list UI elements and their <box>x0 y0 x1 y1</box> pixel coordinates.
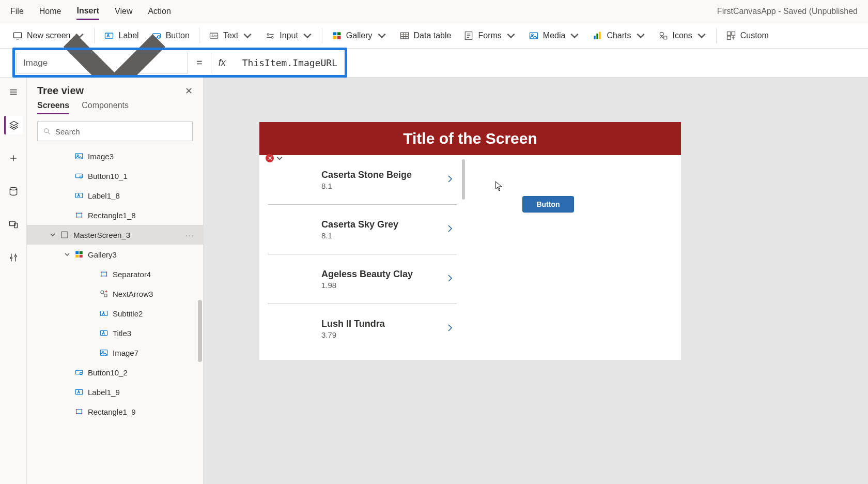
chevron-down-icon <box>302 31 313 41</box>
svg-rect-73 <box>76 410 82 414</box>
rail-add-button[interactable] <box>4 149 23 168</box>
image-icon <box>99 348 109 357</box>
canvas-area[interactable]: Title of the Screen ✕ Caserta Stone Beig… <box>204 78 868 484</box>
app-screen[interactable]: Title of the Screen ✕ Caserta Stone Beig… <box>259 122 681 360</box>
gallery-row[interactable]: Caserta Sky Grey8.1 <box>268 205 457 254</box>
svg-point-61 <box>106 271 107 273</box>
gallery-item-subtitle: 1.98 <box>321 281 413 290</box>
screen-icon <box>60 230 69 239</box>
fx-button[interactable]: fx <box>211 53 236 73</box>
next-arrow-button[interactable] <box>445 274 455 285</box>
expander-spacer <box>64 369 70 375</box>
expander-spacer <box>64 212 70 218</box>
more-button[interactable]: ··· <box>185 231 195 239</box>
tree-item-subtitle2[interactable]: Subtitle2 <box>27 304 203 323</box>
media-button[interactable]: Media <box>522 27 586 44</box>
gallery-scrollbar-thumb[interactable] <box>462 159 465 200</box>
rail-tools-button[interactable] <box>4 248 23 267</box>
plus-icon <box>8 153 19 163</box>
tree-search-input[interactable]: Search <box>37 122 193 141</box>
next-arrow-button[interactable] <box>445 323 455 335</box>
canvas-button[interactable]: Button <box>523 196 574 212</box>
tree-item-label: Label1_8 <box>88 191 120 200</box>
data-table-button[interactable]: Data table <box>393 27 458 44</box>
svg-rect-26 <box>594 36 596 39</box>
text-button[interactable]: Abc Text <box>203 27 259 44</box>
property-selector[interactable]: Image <box>17 53 188 73</box>
tree-item-button10_2[interactable]: Button10_2 <box>27 362 203 382</box>
label-icon <box>74 387 84 397</box>
gallery-row[interactable]: Ageless Beauty Clay1.98 <box>268 254 457 304</box>
gallery-control[interactable]: ✕ Caserta Stone Beige8.1Caserta Sky Grey… <box>259 155 465 360</box>
custom-button[interactable]: Custom <box>720 27 775 44</box>
forms-button[interactable]: Forms <box>457 27 522 44</box>
equals-sign: = <box>188 57 211 69</box>
expander-spacer <box>64 192 70 199</box>
chevron-down-icon <box>636 31 646 41</box>
close-panel-button[interactable]: ✕ <box>185 85 193 97</box>
tree-item-label1_9[interactable]: Label1_9 <box>27 382 203 402</box>
chevron-down-icon[interactable] <box>50 232 56 238</box>
search-placeholder: Search <box>55 127 80 136</box>
tab-screens[interactable]: Screens <box>37 101 69 114</box>
gallery-icon <box>74 250 84 259</box>
rail-hamburger-button[interactable] <box>4 83 23 101</box>
media-icon <box>529 31 539 41</box>
separator <box>322 28 322 43</box>
tree-item-rectangle1_9[interactable]: Rectangle1_9 <box>27 402 203 421</box>
svg-rect-54 <box>61 232 68 238</box>
tree-item-label1_8[interactable]: Label1_8 <box>27 186 203 205</box>
tree-item-label: Subtitle2 <box>113 309 143 318</box>
tree-item-button10_1[interactable]: Button10_1 <box>27 166 203 186</box>
icons-button[interactable]: Icons <box>652 27 713 44</box>
rail-tree-button[interactable] <box>4 116 23 134</box>
menu-file[interactable]: File <box>10 4 24 19</box>
label-icon <box>74 191 84 200</box>
tree-item-separator4[interactable]: Separator4 <box>27 264 203 284</box>
screen-icon <box>12 31 23 41</box>
next-arrow-button[interactable] <box>445 174 455 186</box>
svg-rect-30 <box>663 36 667 39</box>
cursor-icon <box>495 181 502 191</box>
tree-item-gallery3[interactable]: Gallery3 <box>27 245 203 264</box>
separator <box>716 28 717 43</box>
tree-item-label: Button10_2 <box>88 368 128 377</box>
tab-components[interactable]: Components <box>82 101 129 114</box>
chevron-down-icon[interactable] <box>64 251 70 258</box>
image-icon <box>74 152 84 161</box>
data-table-label: Data table <box>414 31 452 40</box>
tree-item-label: Label1_9 <box>88 388 120 397</box>
svg-point-39 <box>10 188 17 190</box>
gallery-row[interactable]: Caserta Stone Beige8.1 <box>268 155 457 205</box>
tree-item-title3[interactable]: Title3 <box>27 323 203 343</box>
next-arrow-button[interactable] <box>445 224 455 235</box>
tree-item-rectangle1_8[interactable]: Rectangle1_8 <box>27 205 203 225</box>
gallery-item-title: Caserta Stone Beige <box>321 170 412 180</box>
button-icon <box>74 171 84 180</box>
tree-item-masterscreen_3[interactable]: MasterScreen_3··· <box>27 225 203 245</box>
tree-item-label: Image7 <box>113 349 138 357</box>
text-icon: Abc <box>209 31 219 41</box>
tree-item-nextarrow3[interactable]: NextArrow3 <box>27 284 203 304</box>
gallery-item-title: Ageless Beauty Clay <box>321 269 413 280</box>
scrollbar-thumb[interactable] <box>198 300 202 362</box>
input-icon <box>265 31 275 41</box>
input-button[interactable]: Input <box>259 27 319 44</box>
svg-rect-11 <box>333 32 336 35</box>
svg-rect-13 <box>333 36 336 39</box>
icons-icon <box>658 31 669 41</box>
formula-input[interactable]: ThisItem.ImageURL <box>236 53 868 73</box>
tree-item-image3[interactable]: Image3 <box>27 146 203 166</box>
gallery-button[interactable]: Gallery <box>326 27 393 44</box>
gallery-row[interactable]: Lush II Tundra3.79 <box>268 304 457 354</box>
gallery-item-title: Caserta Sky Grey <box>321 219 398 230</box>
charts-button[interactable]: Charts <box>586 27 652 44</box>
forms-label: Forms <box>478 31 501 40</box>
svg-text:Abc: Abc <box>211 34 218 38</box>
icons-icon <box>99 289 109 298</box>
rail-media-button[interactable] <box>4 215 23 234</box>
screen-title-bar[interactable]: Title of the Screen <box>259 122 681 155</box>
rail-data-button[interactable] <box>4 182 23 201</box>
tree-item-image7[interactable]: Image7 <box>27 343 203 362</box>
svg-point-7 <box>267 34 269 35</box>
